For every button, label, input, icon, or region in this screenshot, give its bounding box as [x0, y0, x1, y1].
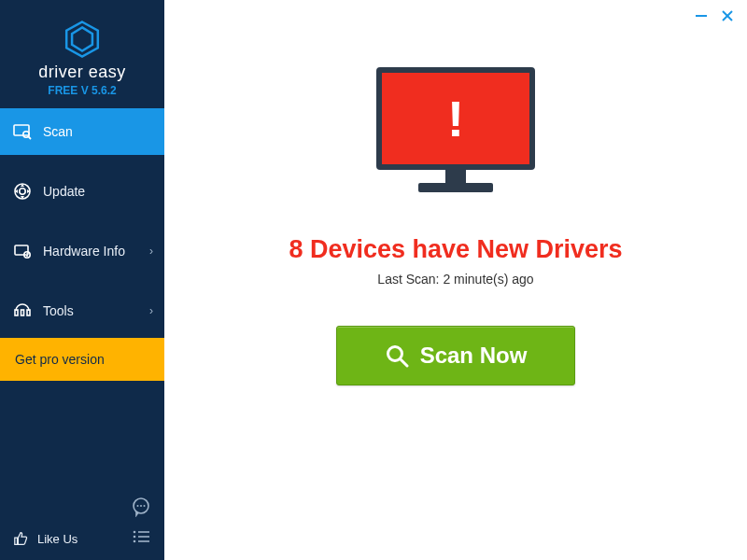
sidebar-item-label: Scan — [43, 124, 73, 139]
monitor-screen: ! — [376, 67, 535, 170]
menu-list-icon[interactable] — [131, 526, 151, 547]
like-us-button[interactable]: Like Us — [13, 530, 78, 547]
minimize-button[interactable] — [695, 9, 708, 22]
logo-area: driver easy FREE V 5.6.2 — [0, 0, 164, 108]
svg-line-28 — [401, 359, 407, 366]
scan-now-button[interactable]: Scan Now — [336, 326, 575, 385]
alert-exclamation-icon: ! — [447, 90, 464, 147]
sidebar-item-update[interactable]: Update — [0, 168, 164, 215]
svg-line-4 — [28, 136, 31, 139]
sidebar-bottom: Like Us — [0, 487, 164, 560]
svg-point-18 — [134, 531, 136, 534]
chevron-right-icon: › — [149, 304, 153, 317]
svg-rect-7 — [15, 245, 28, 255]
svg-point-22 — [134, 540, 136, 543]
feedback-icon[interactable] — [131, 497, 151, 517]
monitor-stand-base — [418, 183, 493, 192]
app-logo-icon — [63, 20, 102, 59]
sidebar-item-label: Update — [43, 184, 85, 199]
hardware-info-icon — [13, 242, 32, 260]
monitor-stand-neck — [445, 170, 466, 183]
svg-marker-1 — [72, 27, 92, 50]
last-scan-text: Last Scan: 2 minute(s) ago — [377, 272, 533, 287]
search-icon — [385, 343, 409, 368]
svg-point-15 — [137, 505, 139, 507]
tools-icon — [13, 301, 32, 320]
svg-rect-2 — [14, 125, 29, 135]
sidebar-item-hardware-info[interactable]: Hardware Info › — [0, 228, 164, 274]
svg-point-6 — [20, 189, 25, 194]
get-pro-label: Get pro version — [15, 352, 105, 367]
close-button[interactable] — [721, 9, 734, 22]
scan-icon — [13, 122, 32, 141]
get-pro-button[interactable]: Get pro version — [0, 338, 164, 381]
window-controls — [695, 9, 734, 22]
like-us-label: Like Us — [37, 532, 78, 546]
svg-point-16 — [140, 505, 142, 507]
svg-point-20 — [134, 536, 136, 539]
app-name: driver easy — [38, 63, 126, 82]
thumbs-up-icon — [13, 530, 30, 547]
sidebar-corner-icons — [131, 497, 151, 547]
sidebar-item-label: Tools — [43, 303, 74, 318]
chevron-right-icon: › — [149, 245, 153, 258]
update-icon — [13, 182, 32, 201]
sidebar-item-label: Hardware Info — [43, 244, 125, 259]
svg-point-17 — [144, 505, 146, 507]
sidebar-nav: Scan Update Hardware Info › Tools › — [0, 108, 164, 347]
sidebar-item-tools[interactable]: Tools › — [0, 287, 164, 334]
scan-now-label: Scan Now — [420, 343, 528, 369]
alert-monitor-graphic: ! — [376, 67, 535, 207]
sidebar: driver easy FREE V 5.6.2 Scan Update Har… — [0, 0, 164, 560]
scan-result-headline: 8 Devices have New Drivers — [289, 235, 622, 264]
sidebar-item-scan[interactable]: Scan — [0, 108, 164, 155]
app-version: FREE V 5.6.2 — [48, 84, 116, 97]
svg-rect-13 — [21, 310, 24, 315]
main-area: ! 8 Devices have New Drivers Last Scan: … — [164, 0, 747, 560]
